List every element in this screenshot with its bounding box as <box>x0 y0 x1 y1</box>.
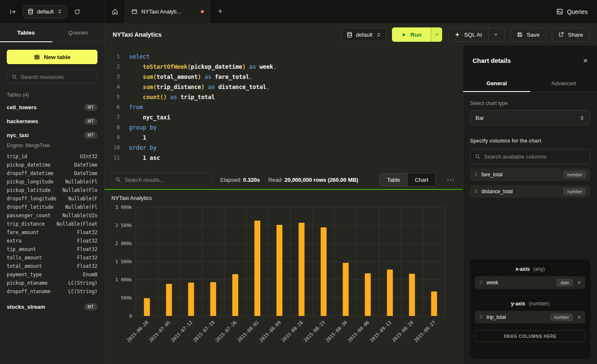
drag-handle-icon[interactable]: ⠿ <box>474 189 478 194</box>
engine-badge: MT <box>84 132 97 139</box>
query-tab[interactable]: NYTaxi Analyti... <box>125 0 210 23</box>
x-axis-type-badge: date <box>556 279 573 286</box>
code-text: sum(total_amount) as fare_total, <box>120 72 253 82</box>
view-table-button[interactable]: Table <box>380 173 408 186</box>
column-chip[interactable]: ⠿distance_totalnumber <box>470 185 590 198</box>
code-text: select <box>120 51 150 62</box>
code-line[interactable]: 1select <box>105 51 463 62</box>
columns-search[interactable] <box>470 149 590 164</box>
column-item[interactable]: total_amountFloat32 <box>7 262 97 270</box>
panel-header: Chart details × <box>463 46 597 75</box>
home-button[interactable] <box>105 0 125 23</box>
results-search-input[interactable] <box>124 177 207 183</box>
column-item[interactable]: dropoff_ntanameLC(String) <box>7 287 97 296</box>
column-item[interactable]: trip_idUInt32 <box>7 152 97 161</box>
column-item[interactable]: pickup_datetimeDateTime <box>7 161 97 169</box>
sidebar-tab-queries[interactable]: Queries <box>52 24 105 42</box>
table-name: nyc_taxi <box>7 132 29 138</box>
sql-ai-button[interactable]: SQL AI <box>448 27 505 42</box>
column-name: tip_amount <box>7 246 36 252</box>
svg-text:2015-09-20: 2015-09-20 <box>391 320 415 343</box>
queries-button[interactable]: Queries <box>556 8 588 15</box>
results-search[interactable] <box>111 173 212 186</box>
svg-text:1 000k: 1 000k <box>115 277 132 283</box>
table-item[interactable]: stocks_streamMT <box>7 300 97 314</box>
drag-handle-icon[interactable]: ⠿ <box>479 315 483 320</box>
collapse-sidebar-button[interactable] <box>8 7 18 17</box>
column-item[interactable]: tolls_amountFloat32 <box>7 253 97 262</box>
svg-text:2015-07-05: 2015-07-05 <box>148 320 172 343</box>
drag-handle-icon[interactable]: ⠿ <box>474 172 478 178</box>
column-item[interactable]: pickup_latitudeNullable(Flo <box>7 186 97 194</box>
play-icon <box>401 32 407 38</box>
column-item[interactable]: trip_distanceNullable(Float <box>7 220 97 228</box>
view-chart-button[interactable]: Chart <box>408 173 435 186</box>
sql-ai-label: SQL AI <box>464 32 482 38</box>
code-text: nyc_taxi <box>120 112 170 122</box>
bar <box>387 270 393 316</box>
new-tab-button[interactable]: + <box>210 0 230 23</box>
columns-search-input[interactable] <box>484 154 586 160</box>
code-line[interactable]: 4 sum(trip_distance) as distance_total, <box>105 82 463 92</box>
column-item[interactable]: dropoff_datetimeDateTime <box>7 169 97 178</box>
save-button[interactable]: Save <box>511 27 546 42</box>
panel-tab-advanced[interactable]: Advanced <box>530 75 597 92</box>
bar <box>210 282 216 316</box>
x-axis-chip[interactable]: ⠿ week date × <box>475 276 585 289</box>
column-item[interactable]: passenger_countNullable(UIn <box>7 211 97 220</box>
column-item[interactable]: payment_typeEnum8 <box>7 270 97 279</box>
code-line[interactable]: 7 nyc_taxi <box>105 112 463 122</box>
code-line[interactable]: 6from <box>105 102 463 112</box>
column-item[interactable]: fare_amountFloat32 <box>7 228 97 237</box>
updown-chevron-icon <box>376 32 381 38</box>
save-button-label: Save <box>527 32 540 38</box>
run-button[interactable]: Run <box>392 27 431 42</box>
column-item[interactable]: dropoff_longitudeNullable(F <box>7 194 97 203</box>
y-axis-chip[interactable]: ⠿ trip_total number × <box>475 311 585 324</box>
table-item[interactable]: cell_towersMT <box>7 100 97 114</box>
column-item[interactable]: pickup_longitudeNullable(Fl <box>7 178 97 186</box>
code-line[interactable]: 5 count() as trip_total <box>105 92 463 102</box>
drag-handle-icon[interactable]: ⠿ <box>479 280 483 286</box>
code-line[interactable]: 8group by <box>105 122 463 132</box>
chart-type-select[interactable]: Bar <box>470 110 590 125</box>
column-name: trip_id <box>7 154 27 159</box>
table-item[interactable]: nyc_taxiMT <box>7 128 97 142</box>
available-columns: ⠿fare_totalnumber⠿distance_totalnumber <box>470 164 590 198</box>
column-item[interactable]: tip_amountFloat32 <box>7 245 97 253</box>
column-item[interactable]: extraFloat32 <box>7 237 97 245</box>
table-name: cell_towers <box>7 104 37 111</box>
drop-zone[interactable]: DRAG COLUMNS HERE <box>475 330 585 342</box>
y-axis-header: y-axis (number) <box>475 301 585 307</box>
code-line[interactable]: 9 1 <box>105 132 463 143</box>
column-type: Float32 <box>77 238 97 244</box>
column-item[interactable]: dropoff_latitudeNullable(Fl <box>7 203 97 211</box>
run-options-button[interactable] <box>431 27 442 42</box>
collapse-sidebar-icon <box>9 8 16 15</box>
code-line[interactable]: 10order by <box>105 143 463 153</box>
code-line[interactable]: 2 toStartOfWeek(pickup_datetime) as week… <box>105 62 463 72</box>
column-chip[interactable]: ⠿fare_totalnumber <box>470 168 590 181</box>
column-item[interactable]: pickup_ntanameLC(String) <box>7 279 97 287</box>
database-selector[interactable]: default <box>23 5 67 19</box>
database-selector-header[interactable]: default <box>342 28 386 41</box>
new-table-button[interactable]: New table <box>7 50 97 64</box>
close-button[interactable]: × <box>583 57 588 65</box>
bar-chart: 0500k1 000k1 500k2 000k2 500k3 000k2015-… <box>111 203 456 360</box>
remove-y-axis-icon[interactable]: × <box>577 314 581 320</box>
sql-editor[interactable]: 1select2 toStartOfWeek(pickup_datetime) … <box>105 46 463 170</box>
sidebar-tab-tables[interactable]: Tables <box>0 24 52 42</box>
header-actions: default Run SQL AI <box>342 27 589 42</box>
code-line[interactable]: 3 sum(total_amount) as fare_total, <box>105 72 463 82</box>
code-line[interactable]: 11 1 asc <box>105 153 463 163</box>
share-button[interactable]: Share <box>552 27 589 42</box>
more-options-button[interactable]: ⋯ <box>444 175 457 184</box>
refresh-button[interactable] <box>72 7 82 17</box>
table-item[interactable]: hackernewsMT <box>7 114 97 128</box>
panel-tab-general[interactable]: General <box>463 75 530 92</box>
remove-x-axis-icon[interactable]: × <box>577 280 581 286</box>
resource-search-input[interactable] <box>21 74 93 80</box>
resource-search[interactable] <box>7 70 97 84</box>
line-number: 10 <box>105 143 120 153</box>
y-axis-column-name: trip_total <box>486 314 506 320</box>
